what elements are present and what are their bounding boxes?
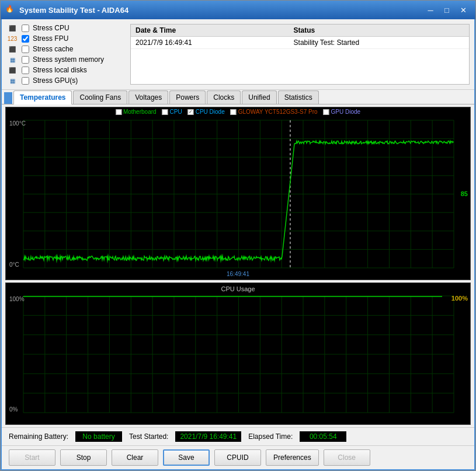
stress-fpu-checkbox[interactable]	[22, 35, 29, 43]
tab-statistics[interactable]: Statistics	[278, 90, 319, 104]
stress-option-disks: ⬛ Stress local disks	[6, 66, 123, 74]
legend-gloway: GLOWAY YCT512GS3-S7 Pro	[231, 109, 318, 115]
legend-motherboard-checkbox[interactable]	[116, 109, 121, 115]
gpu-icon: ▦	[6, 76, 18, 85]
maximize-button[interactable]: □	[439, 4, 454, 16]
minimize-button[interactable]: ─	[423, 4, 438, 16]
disk-icon: ⬛	[6, 66, 18, 74]
cpu-canvas	[6, 283, 471, 425]
tab-cooling-fans[interactable]: Cooling Fans	[73, 90, 127, 104]
title-bar: 🔥 System Stability Test - AIDA64 ─ □ ✕	[1, 1, 475, 19]
start-button[interactable]: Start	[9, 449, 55, 466]
stress-cache-label: Stress cache	[33, 45, 73, 53]
elapsed-label: Elapsed Time:	[248, 432, 293, 441]
content-area: ⬛ Stress CPU 123 Stress FPU ⬛ Stress cac…	[1, 19, 475, 470]
stress-cpu-label: Stress CPU	[33, 24, 70, 32]
cpu-chart-title: CPU Usage	[221, 285, 255, 292]
memory-icon: ▦	[6, 55, 18, 64]
info-bar: Remaining Battery: No battery Test Start…	[2, 427, 474, 445]
status-row: 2021/7/9 16:49:41 Stability Test: Starte…	[131, 37, 469, 49]
legend-gloway-checkbox[interactable]	[231, 109, 237, 115]
stress-disks-label: Stress local disks	[33, 66, 87, 74]
close-window-button[interactable]: ✕	[456, 4, 471, 16]
temp-value: 85	[461, 190, 468, 197]
window-controls: ─ □ ✕	[423, 4, 471, 16]
tab-temperatures[interactable]: Temperatures	[13, 90, 72, 104]
close-button[interactable]: Close	[324, 449, 370, 466]
tab-voltages[interactable]: Voltages	[128, 90, 168, 104]
status-text: Stability Test: Started	[289, 37, 469, 49]
tabs-container: Temperatures Cooling Fans Voltages Power…	[2, 90, 474, 104]
tab-clocks[interactable]: Clocks	[207, 90, 241, 104]
test-started-value: 2021/7/9 16:49:41	[175, 431, 241, 442]
stress-option-cache: ⬛ Stress cache	[6, 45, 123, 53]
cpu-value: 100%	[451, 295, 468, 302]
stress-gpu-label: Stress GPU(s)	[33, 76, 78, 85]
stress-option-memory: ▦ Stress system memory	[6, 55, 123, 64]
temp-canvas	[6, 107, 471, 280]
legend-cpu-label: CPU	[170, 109, 182, 115]
temp-y-bottom: 0°C	[9, 261, 19, 268]
legend-motherboard: Motherboard	[116, 109, 157, 115]
temperature-chart: Motherboard CPU CPU Diode GLOWAY YCT512G…	[5, 107, 471, 280]
cache-icon: ⬛	[6, 45, 18, 53]
app-icon: 🔥	[5, 5, 16, 15]
tab-indicator	[4, 92, 12, 104]
temp-legend: Motherboard CPU CPU Diode GLOWAY YCT512G…	[116, 109, 360, 115]
stress-options-panel: ⬛ Stress CPU 123 Stress FPU ⬛ Stress cac…	[6, 24, 123, 85]
stress-cache-checkbox[interactable]	[22, 46, 29, 53]
battery-label: Remaining Battery:	[9, 432, 68, 441]
stress-gpu-checkbox[interactable]	[22, 77, 29, 85]
top-panel: ⬛ Stress CPU 123 Stress FPU ⬛ Stress cac…	[2, 19, 474, 90]
tab-unified[interactable]: Unified	[242, 90, 276, 104]
clear-button[interactable]: Clear	[112, 449, 158, 466]
save-button[interactable]: Save	[163, 449, 210, 466]
legend-cpu-checkbox[interactable]	[162, 109, 168, 115]
col-status: Status	[289, 25, 469, 37]
stress-cpu-checkbox[interactable]	[22, 25, 29, 32]
stress-option-cpu: ⬛ Stress CPU	[6, 24, 123, 32]
legend-motherboard-label: Motherboard	[123, 109, 157, 115]
stop-button[interactable]: Stop	[60, 449, 107, 466]
legend-cpu-diode-checkbox[interactable]	[188, 109, 194, 115]
status-table: Date & Time Status 2021/7/9 16:49:41 Sta…	[130, 24, 470, 85]
window-title: System Stability Test - AIDA64	[19, 6, 423, 15]
col-datetime: Date & Time	[131, 25, 289, 37]
cpu-chart: CPU Usage 100% 0% 100%	[5, 282, 471, 425]
stress-option-gpu: ▦ Stress GPU(s)	[6, 76, 123, 85]
cpu-y-bottom: 0%	[9, 406, 18, 413]
tab-powers[interactable]: Powers	[169, 90, 206, 104]
legend-cpu: CPU	[162, 109, 182, 115]
fpu-icon: 123	[6, 34, 18, 43]
legend-gpu-diode-label: GPU Diode	[331, 109, 361, 115]
preferences-button[interactable]: Preferences	[266, 449, 319, 466]
test-started-label: Test Started:	[129, 432, 168, 441]
charts-area: Motherboard CPU CPU Diode GLOWAY YCT512G…	[2, 104, 474, 427]
legend-gloway-label: GLOWAY YCT512GS3-S7 Pro	[238, 109, 318, 115]
stress-fpu-label: Stress FPU	[33, 34, 68, 43]
legend-gpu-diode: GPU Diode	[324, 109, 361, 115]
temp-y-top: 100°C	[9, 120, 26, 127]
stress-memory-label: Stress system memory	[33, 55, 104, 64]
legend-cpu-diode-label: CPU Diode	[196, 109, 225, 115]
status-datetime: 2021/7/9 16:49:41	[131, 37, 289, 49]
temp-x-label: 16:49:41	[227, 271, 249, 277]
battery-value: No battery	[75, 431, 122, 442]
legend-cpu-diode: CPU Diode	[188, 109, 225, 115]
elapsed-value: 00:05:54	[300, 431, 346, 442]
stress-memory-checkbox[interactable]	[22, 56, 29, 64]
cpu-icon: ⬛	[6, 24, 18, 32]
cpuid-button[interactable]: CPUID	[214, 449, 261, 466]
button-bar: Start Stop Clear Save CPUID Preferences …	[2, 445, 474, 469]
stress-option-fpu: 123 Stress FPU	[6, 34, 123, 43]
legend-gpu-diode-checkbox[interactable]	[324, 109, 329, 115]
cpu-y-top: 100%	[9, 296, 25, 302]
main-window: 🔥 System Stability Test - AIDA64 ─ □ ✕ ⬛…	[0, 0, 476, 471]
stress-disks-checkbox[interactable]	[22, 67, 29, 74]
